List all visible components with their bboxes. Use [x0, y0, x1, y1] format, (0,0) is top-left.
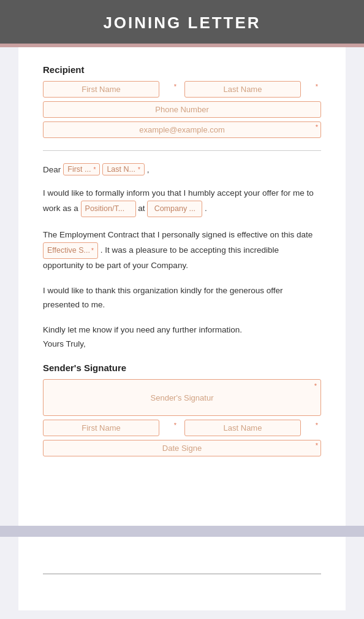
date-signed[interactable] — [43, 440, 321, 456]
recipient-label: Recipient — [43, 64, 321, 75]
date-row: * — [43, 440, 321, 456]
dear-last-input-wrapper: Last N... * — [102, 163, 144, 175]
company-input-wrapper: Company ... — [147, 201, 202, 217]
page-title: JOINING LETTER — [0, 13, 364, 33]
phone-wrapper — [43, 101, 321, 118]
dear-first-required-star: * — [93, 166, 96, 173]
para1-suffix: . — [205, 204, 207, 213]
sender-first-required-star: * — [174, 421, 176, 429]
at-text: at — [138, 204, 145, 213]
position-input-wrapper: Position/T... — [81, 201, 136, 217]
para3: I would like to thank this organization … — [43, 284, 321, 312]
sender-first-name[interactable] — [43, 420, 159, 436]
closing-text: Yours Truly, — [43, 339, 86, 348]
recipient-phone[interactable] — [43, 101, 321, 118]
position-placeholder[interactable]: Position/T... — [85, 202, 125, 215]
last-name-required-star: * — [316, 83, 318, 90]
sender-name-row: * * — [43, 420, 321, 436]
dear-last-placeholder[interactable]: Last N... — [107, 165, 135, 174]
recipient-last-name[interactable] — [184, 81, 301, 98]
para1: I would like to formally inform you that… — [43, 186, 321, 217]
footer-bar — [0, 526, 364, 537]
section-divider — [43, 150, 321, 151]
para4-text: Kindly let me know if you need any furth… — [43, 325, 242, 334]
last-name-wrapper: * — [184, 81, 321, 98]
recipient-first-name[interactable] — [43, 81, 159, 98]
sender-first-wrapper: * — [43, 420, 180, 436]
para4-closing: Kindly let me know if you need any furth… — [43, 323, 321, 352]
signature-section: Sender's Signature Sender's Signatur * *… — [43, 363, 321, 456]
sender-last-name[interactable] — [184, 420, 301, 436]
dear-first-placeholder[interactable]: First ... — [67, 165, 91, 174]
date-wrapper: * — [43, 440, 321, 456]
signature-box[interactable]: Sender's Signatur * — [43, 379, 321, 416]
dear-line: Dear First ... * Last N... * , — [43, 163, 321, 175]
dear-first-input-wrapper: First ... * — [63, 163, 100, 175]
dear-last-required-star: * — [138, 166, 140, 173]
para2: The Employment Contract that I personall… — [43, 228, 321, 273]
sender-last-required-star: * — [316, 421, 318, 429]
first-name-wrapper: * — [43, 81, 180, 98]
document-body: Recipient * * * Dear — [18, 47, 346, 526]
email-wrapper: * — [43, 121, 321, 138]
dear-prefix: Dear — [43, 165, 61, 174]
effective-placeholder[interactable]: Effective S... — [47, 244, 90, 257]
recipient-email[interactable] — [43, 121, 321, 138]
header: JOINING LETTER — [0, 0, 364, 44]
email-row: * — [43, 121, 321, 138]
dear-suffix: , — [147, 165, 150, 174]
first-name-required-star: * — [174, 83, 176, 90]
footer-bottom — [18, 537, 346, 610]
signature-required-star: * — [314, 382, 317, 390]
signature-placeholder: Sender's Signatur — [151, 393, 214, 402]
company-placeholder[interactable]: Company ... — [154, 204, 195, 213]
sender-last-wrapper: * — [184, 420, 321, 436]
signature-label: Sender's Signature — [43, 363, 321, 373]
phone-row — [43, 101, 321, 118]
recipient-name-row: * * — [43, 81, 321, 98]
footer-line — [43, 574, 321, 574]
effective-required-star: * — [91, 245, 94, 256]
effective-input-wrapper: Effective S... * — [43, 242, 98, 259]
para2-prefix: The Employment Contract that I personall… — [43, 230, 313, 239]
